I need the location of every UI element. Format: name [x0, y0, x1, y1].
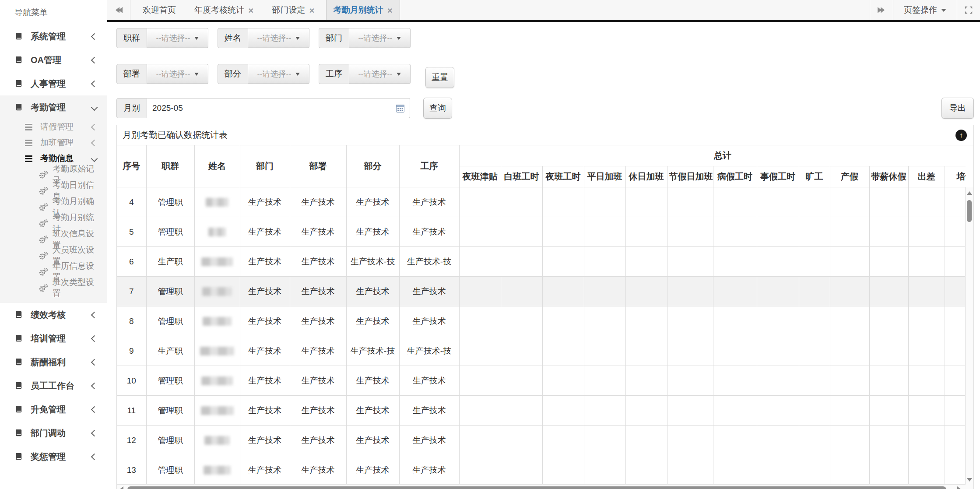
table-row[interactable]: 7管理职生产技术生产技术生产技术生产技术 — [117, 277, 966, 306]
table-row[interactable]: 6生产职生产技术生产技术生产技术-技生产技术-技 — [117, 247, 966, 277]
cell-value — [945, 277, 966, 306]
sidebar-item[interactable]: 绩效考核 — [0, 303, 107, 327]
cell-value — [584, 396, 625, 426]
sidebar-item-label: 培训管理 — [31, 333, 66, 345]
cell-value — [625, 187, 667, 217]
table-viewport: 序号职群姓名部门部署部分工序总计夜班津贴白班工时夜班工时平日加班休日加班节假日加… — [117, 145, 966, 485]
tab-close-icon[interactable]: × — [248, 6, 253, 15]
scroll-down-arrow-icon[interactable] — [967, 478, 972, 482]
name-select[interactable]: --请选择-- — [248, 28, 309, 48]
sidebar-item[interactable]: 培训管理 — [0, 327, 107, 350]
tab-active[interactable]: 考勤月别统计× — [326, 0, 400, 20]
vertical-scrollbar-thumb[interactable] — [967, 200, 972, 222]
book-icon — [14, 79, 25, 88]
vertical-scrollbar[interactable] — [965, 187, 973, 485]
chevron-left-icon — [91, 453, 98, 460]
panel-title: 月别考勤已确认数据统计表 — [123, 129, 228, 141]
redacted-name-blur — [206, 198, 228, 207]
sidebar-item[interactable]: 薪酬福利 — [0, 350, 107, 374]
tab-operations-dropdown[interactable]: 页签操作 — [893, 0, 957, 20]
cell-value — [584, 277, 625, 306]
deployment-select[interactable]: --请选择-- — [147, 64, 208, 84]
reset-button[interactable]: 重置 — [425, 67, 454, 88]
cell-value — [625, 455, 667, 485]
job-group-select[interactable]: --请选择-- — [147, 28, 208, 48]
cell-job-group: 管理职 — [146, 187, 194, 217]
cell-job-group: 管理职 — [146, 396, 194, 426]
cell-section: 生产技术-技 — [346, 247, 399, 277]
horizontal-scrollbar[interactable] — [117, 484, 966, 489]
sidebar-subitem-label: 加班管理 — [40, 137, 74, 148]
sidebar-item[interactable]: 奖惩管理 — [0, 445, 107, 468]
cell-value — [542, 336, 584, 366]
sidebar-subitem[interactable]: 加班管理 — [0, 135, 107, 151]
chevron-down-icon — [295, 37, 300, 40]
scroll-right-arrow-icon[interactable] — [957, 486, 961, 489]
department-select[interactable]: --请选择-- — [349, 28, 411, 48]
table-row[interactable]: 8管理职生产技术生产技术生产技术生产技术 — [117, 306, 966, 336]
table-row[interactable]: 12管理职生产技术生产技术生产技术生产技术 — [117, 426, 966, 455]
fullscreen-button[interactable] — [957, 0, 980, 20]
cell-value — [869, 426, 908, 455]
table-row[interactable]: 13管理职生产技术生产技术生产技术生产技术 — [117, 455, 966, 485]
cell-value — [908, 277, 945, 306]
select-placeholder: --请选择-- — [156, 69, 190, 79]
table-row[interactable]: 10管理职生产技术生产技术生产技术生产技术 — [117, 366, 966, 396]
cell-value — [501, 366, 542, 396]
tabs-scroll-left-button[interactable] — [107, 0, 130, 20]
cell-value — [667, 396, 713, 426]
chevron-left-icon — [91, 359, 98, 366]
cell-value — [757, 455, 799, 485]
cell-value — [908, 336, 945, 366]
cell-value — [459, 366, 501, 396]
table-row[interactable]: 5管理职生产技术生产技术生产技术生产技术 — [117, 217, 966, 247]
tab[interactable]: 欢迎首页 — [136, 0, 183, 20]
export-button[interactable]: 导出 — [941, 98, 974, 119]
sidebar-item[interactable]: 人事管理 — [0, 72, 107, 95]
chevron-left-icon — [91, 382, 98, 389]
cell-value — [908, 366, 945, 396]
calendar-icon[interactable] — [396, 104, 404, 113]
cell-job-group: 管理职 — [146, 217, 194, 247]
cell-value — [799, 426, 830, 455]
cell-value — [625, 306, 667, 336]
query-button[interactable]: 查询 — [423, 98, 452, 119]
sidebar-item[interactable]: OA管理 — [0, 48, 107, 72]
tab-close-icon[interactable]: × — [309, 6, 314, 15]
cell-value — [501, 217, 542, 247]
sidebar-item[interactable]: 升免管理 — [0, 398, 107, 421]
scroll-left-arrow-icon[interactable] — [119, 486, 123, 489]
sidebar-subitem[interactable]: 请假管理 — [0, 119, 107, 135]
cell-division: 生产技术 — [290, 336, 346, 366]
panel-collapse-button[interactable]: ↑ — [955, 130, 967, 141]
expand-arrows-icon — [964, 5, 973, 15]
table-row[interactable]: 4管理职生产技术生产技术生产技术生产技术 — [117, 187, 966, 217]
cell-value — [869, 277, 908, 306]
sidebar-subitem-label: 请假管理 — [40, 121, 74, 133]
book-icon — [14, 381, 25, 390]
chevron-down-icon — [91, 104, 98, 111]
sidebar-item-label: 奖惩管理 — [31, 451, 66, 463]
sidebar-item[interactable]: 系统管理 — [0, 25, 107, 48]
tabs-scroll-right-button[interactable] — [870, 0, 893, 20]
sidebar-item[interactable]: 部门调动 — [0, 421, 107, 445]
tab[interactable]: 部门设定× — [265, 0, 321, 20]
table-row[interactable]: 11管理职生产技术生产技术生产技术生产技术 — [117, 396, 966, 426]
section-select[interactable]: --请选择-- — [248, 64, 309, 84]
horizontal-scrollbar-thumb[interactable] — [127, 486, 946, 489]
sidebar-item[interactable]: 考勤管理 — [0, 95, 107, 119]
process-select[interactable]: --请选择-- — [349, 64, 411, 84]
sidebar-item-label: 部门调动 — [31, 427, 66, 439]
scroll-up-arrow-icon[interactable] — [967, 191, 972, 195]
name-label: 姓名 — [218, 28, 248, 48]
tab[interactable]: 年度考核统计× — [187, 0, 260, 20]
table-row[interactable]: 9生产职生产技术生产技术生产技术-技生产技术-技 — [117, 336, 966, 366]
sidebar-item[interactable]: 员工工作台 — [0, 374, 107, 398]
sidebar: 导航菜单 系统管理OA管理人事管理考勤管理请假管理加班管理考勤信息考勤原始记录考… — [0, 0, 107, 489]
cell-value — [542, 426, 584, 455]
cell-value — [501, 247, 542, 277]
tab-close-icon[interactable]: × — [387, 6, 393, 15]
cell-value — [945, 217, 966, 247]
month-input[interactable]: 2025-05 — [147, 98, 410, 118]
sidebar-leaf-item[interactable]: 班次类型设置 — [0, 280, 107, 296]
